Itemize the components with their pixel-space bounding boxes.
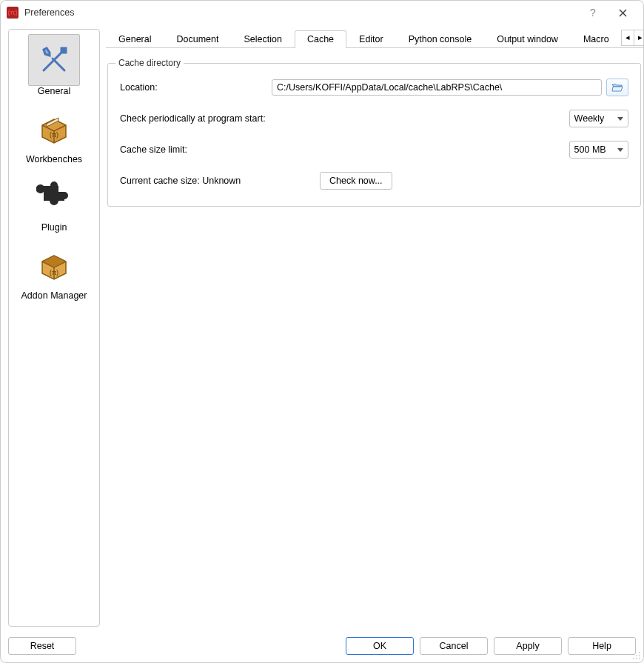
tab-selection[interactable]: Selection [231, 30, 294, 48]
tab-editor[interactable]: Editor [346, 30, 396, 48]
check-periodically-select[interactable]: Weekly [569, 110, 628, 127]
check-periodically-label: Check periodically at program start: [120, 113, 569, 124]
row-check-periodically: Check periodically at program start: Wee… [120, 110, 628, 127]
cancel-button[interactable]: Cancel [420, 637, 488, 655]
browse-folder-button[interactable] [606, 79, 628, 96]
row-current-size: Current cache size: Unknown Check now... [120, 172, 628, 190]
cache-directory-group: Cache directory Location: Check periodic… [107, 63, 641, 207]
svg-text:(π): (π) [50, 269, 58, 276]
tab-scroll-left-icon[interactable]: ◂ [621, 30, 634, 46]
sidebar-item-label: Workbenches [26, 154, 82, 164]
sidebar-item-label: Addon Manager [21, 290, 87, 301]
tab-scroll-right-icon[interactable]: ▸ [634, 30, 643, 46]
app-icon [7, 7, 19, 19]
group-legend: Cache directory [115, 58, 184, 68]
reset-button[interactable]: Reset [8, 637, 76, 655]
row-location: Location: [120, 79, 628, 96]
sidebar-item-workbenches[interactable]: (π) Workbenches [10, 101, 98, 169]
row-size-limit: Cache size limit: 500 MB [120, 141, 628, 159]
sidebar-item-addon-manager[interactable]: (π) Addon Manager [10, 237, 98, 305]
dialog-footer: Reset OK Cancel Apply Help [1, 631, 643, 662]
svg-point-3 [636, 655, 637, 656]
help-button[interactable]: Help [568, 637, 636, 655]
apply-button[interactable]: Apply [494, 637, 562, 655]
category-sidebar: General (π) Workbenches [8, 29, 100, 627]
svg-point-2 [639, 652, 640, 653]
current-size-label: Current cache size: Unknown [120, 176, 320, 186]
sidebar-item-general[interactable]: General [10, 33, 98, 101]
help-icon[interactable]: ? [578, 1, 608, 24]
tab-output-window[interactable]: Output window [484, 30, 571, 48]
tab-bar: General Document Selection Cache Editor … [106, 27, 643, 48]
svg-point-6 [636, 658, 637, 659]
main-panel: General Document Selection Cache Editor … [104, 27, 643, 631]
svg-text:(π): (π) [50, 131, 58, 139]
sidebar-item-label: General [38, 86, 70, 96]
sidebar-item-plugin[interactable]: Plugin [10, 169, 98, 237]
size-limit-label: Cache size limit: [120, 144, 569, 155]
location-label: Location: [120, 82, 272, 93]
svg-point-5 [633, 658, 634, 659]
folder-open-icon [611, 82, 623, 93]
ok-button[interactable]: OK [346, 637, 414, 655]
svg-point-4 [639, 655, 640, 656]
tab-cache[interactable]: Cache [295, 30, 346, 48]
sidebar-item-label: Plugin [41, 222, 67, 233]
svg-point-7 [639, 658, 640, 659]
window-title: Preferences [24, 7, 74, 18]
tab-scroll: ◂ ▸ [622, 27, 643, 47]
size-limit-select[interactable]: 500 MB [569, 141, 628, 159]
resize-grip-icon[interactable] [632, 651, 641, 660]
tab-document[interactable]: Document [164, 30, 231, 48]
dialog-body: General (π) Workbenches [1, 24, 643, 631]
tab-general[interactable]: General [106, 30, 164, 48]
check-now-button[interactable]: Check now... [320, 172, 392, 190]
tab-python-console[interactable]: Python console [396, 30, 484, 48]
preferences-window: Preferences ? [0, 0, 644, 663]
location-input[interactable] [272, 79, 602, 96]
plugin-icon [28, 170, 80, 222]
tab-macro[interactable]: Macro [571, 30, 622, 48]
close-icon[interactable] [608, 1, 637, 24]
general-icon [28, 34, 80, 86]
addon-manager-icon: (π) [28, 239, 80, 290]
workbenches-icon: (π) [28, 102, 80, 154]
titlebar: Preferences ? [1, 1, 643, 24]
